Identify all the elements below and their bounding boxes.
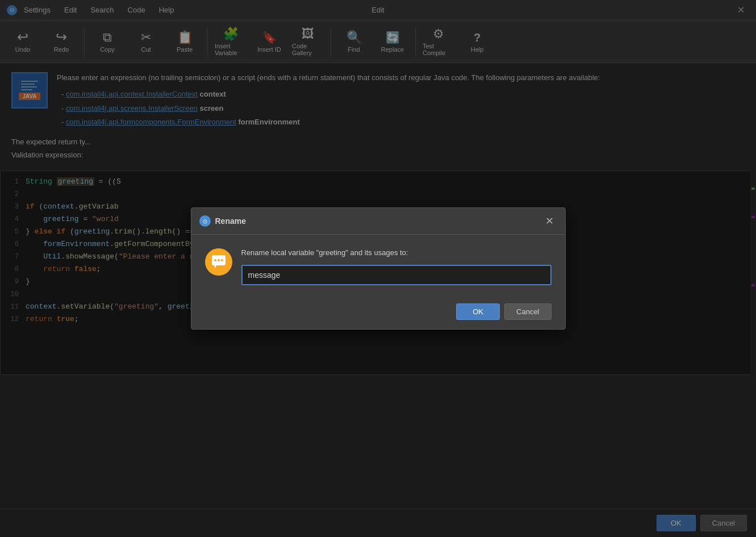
modal-message-icon (205, 248, 232, 276)
modal-title: Rename (215, 217, 537, 226)
modal-body: Rename local variable "greeting" and its… (191, 235, 565, 297)
modal-app-icon: ⊙ (199, 215, 211, 227)
modal-overlay: ⊙ Rename ✕ Rename local variable "greeti… (0, 0, 756, 537)
modal-footer: OK Cancel (191, 297, 565, 329)
modal-content: Rename local variable "greeting" and its… (241, 248, 552, 285)
modal-close-button[interactable]: ✕ (542, 214, 557, 228)
modal-title-bar: ⊙ Rename ✕ (191, 208, 565, 235)
svg-point-2 (214, 259, 216, 261)
modal-question-text: Rename local variable "greeting" and its… (241, 248, 552, 257)
svg-marker-1 (214, 265, 216, 268)
svg-point-3 (218, 259, 220, 261)
modal-ok-button[interactable]: OK (456, 303, 500, 320)
rename-input[interactable] (241, 265, 552, 285)
rename-dialog: ⊙ Rename ✕ Rename local variable "greeti… (191, 207, 566, 330)
modal-cancel-button[interactable]: Cancel (504, 303, 551, 320)
svg-point-4 (221, 259, 223, 261)
